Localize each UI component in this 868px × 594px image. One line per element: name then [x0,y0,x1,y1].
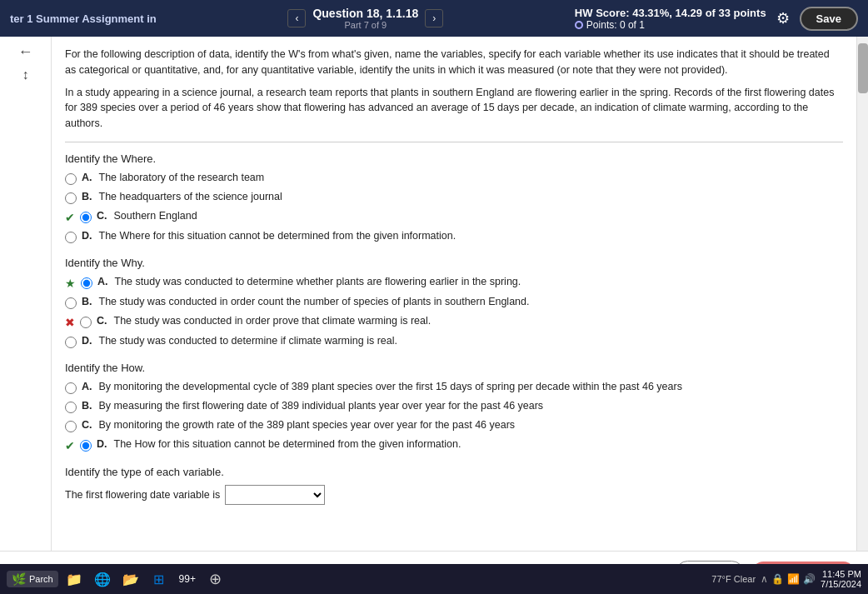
why-options: ★ A. The study was conducted to determin… [65,276,843,348]
why-option-a-radio[interactable] [81,277,92,289]
why-option-c-text: The study was conducted in order prove t… [114,315,432,327]
list-item: D. The study was conducted to determine … [65,335,843,348]
list-item: ✔ D. The How for this situation cannot b… [65,438,843,452]
weather-display: 77°F Clear [711,574,756,584]
why-option-d-radio[interactable] [65,337,77,348]
option-c-label: C. [82,419,92,431]
instruction-1: For the following description of data, i… [65,47,843,78]
points-circle-icon [575,21,583,29]
main-content: For the following description of data, i… [52,37,856,551]
how-option-b-text: By measuring the first flowering date of… [99,400,544,412]
taskbar-icon-plus[interactable]: ⊕ [203,567,228,592]
where-option-a-radio[interactable] [65,173,77,185]
assignment-title: ter 1 Summer Assignment in [10,12,157,25]
divider [65,142,843,142]
option-b-label: B. [82,400,92,412]
left-sidebar: ← ↕ [0,37,52,551]
date-display: 7/15/2024 [821,579,861,589]
start-app[interactable]: 🌿 Parch [7,571,58,587]
how-option-a-text: By monitoring the developmental cycle of… [99,381,682,392]
taskbar: 🌿 Parch 📁 🌐 📂 ⊞ 99+ ⊕ 77°F Clear ∧ 🔒 📶 🔊… [0,564,868,594]
why-option-b-text: The study was conducted in order count t… [99,296,530,307]
option-b-label: B. [82,296,92,307]
where-option-b-text: The headquarters of the science journal [99,191,282,202]
list-item: A. The laboratory of the research team [65,172,843,185]
points-row: Points: 0 of 1 [575,19,766,31]
option-d-label: D. [82,230,92,242]
taskbar-left: 🌿 Parch 📁 🌐 📂 ⊞ 99+ ⊕ [7,567,228,592]
system-tray: ∧ 🔒 📶 🔊 [761,573,816,585]
correct-check-icon: ✔ [65,439,75,452]
where-options: A. The laboratory of the research team B… [65,172,843,243]
list-item: B. By measuring the first flowering date… [65,400,843,413]
where-option-c-radio[interactable] [80,212,92,223]
option-a-label: A. [82,172,92,183]
why-option-c-radio[interactable] [80,317,92,328]
how-option-b-radio[interactable] [65,402,77,413]
list-item: B. The headquarters of the science journ… [65,191,843,204]
settings-button[interactable]: ⚙ [776,9,790,27]
list-item: D. The Where for this situation cannot b… [65,230,843,243]
why-option-d-text: The study was conducted to determine if … [99,335,398,347]
taskbar-icon-files[interactable]: 📁 [62,567,87,592]
correct-icon: ✔ [65,211,75,224]
taskbar-right: 77°F Clear ∧ 🔒 📶 🔊 11:45 PM 7/15/2024 [711,569,861,589]
app-thumbnail: 🌿 [12,572,26,586]
save-button[interactable]: Save [800,7,858,31]
how-option-c-radio[interactable] [65,421,77,432]
tray-icon-1: ∧ [761,573,768,585]
start-label: Parch [29,574,53,584]
why-option-b-radio[interactable] [65,297,77,309]
option-b-label: B. [82,191,92,202]
prev-question-button[interactable]: ‹ [287,9,306,27]
how-label: Identify the How. [65,362,843,374]
variable-type-row: The first flowering date variable is cat… [65,485,843,505]
next-question-button[interactable]: › [425,9,443,27]
list-item: ✔ C. Southern England [65,210,843,224]
incorrect-icon: ✖ [65,316,75,329]
tray-icon-4: 🔊 [803,573,816,585]
list-item: A. By monitoring the developmental cycle… [65,381,843,394]
how-option-a-radio[interactable] [65,382,77,394]
content-wrapper: ← ↕ For the following description of dat… [0,37,868,551]
how-option-d-radio[interactable] [80,440,92,452]
where-option-d-radio[interactable] [65,232,77,243]
list-item: B. The study was conducted in order coun… [65,296,843,309]
collapse-sidebar-button[interactable]: ← [18,43,33,61]
variable-type-label: Identify the type of each variable. [65,466,843,478]
top-bar: ter 1 Summer Assignment in ‹ Question 18… [0,0,868,37]
option-a-label: A. [82,381,92,392]
variable-type-select[interactable]: categorical quantitative [225,485,325,505]
part-label: Part 7 of 9 [312,20,418,30]
option-c-label: C. [97,210,107,222]
scrollbar[interactable] [856,37,868,551]
points-label: Points: 0 of 1 [586,19,645,31]
where-option-c-text: Southern England [114,210,197,222]
where-option-d-text: The Where for this situation cannot be d… [99,230,456,242]
time-display: 11:45 PM [821,569,861,579]
score-section: HW Score: 43.31%, 14.29 of 33 points Poi… [575,7,858,31]
taskbar-icon-apps[interactable]: 99+ [175,567,200,592]
hw-score: HW Score: 43.31%, 14.29 of 33 points [575,7,766,19]
expand-button[interactable]: ↕ [22,67,29,82]
why-label: Identify the Why. [65,257,843,269]
where-option-a-text: The laboratory of the research team [99,172,265,183]
option-c-label: C. [97,315,107,327]
list-item: C. By monitoring the growth rate of the … [65,419,843,432]
question-nav: ‹ Question 18, 1.1.18 Part 7 of 9 › [287,7,443,30]
scroll-thumb[interactable] [858,43,868,93]
taskbar-icon-edge[interactable]: 🌐 [90,567,115,592]
taskbar-icon-explorer[interactable]: 📂 [118,567,143,592]
how-option-c-text: By monitoring the growth rate of the 389… [99,419,516,431]
question-label: Question 18, 1.1.18 [312,7,418,20]
where-option-b-radio[interactable] [65,192,77,204]
option-d-label: D. [82,335,92,347]
how-option-d-text: The How for this situation cannot be det… [114,438,461,450]
instruction-2: In a study appearing in a science journa… [65,85,843,132]
option-a-label: A. [97,276,108,287]
list-item: ✖ C. The study was conducted in order pr… [65,315,843,329]
where-label: Identify the Where. [65,152,843,165]
taskbar-icon-windows[interactable]: ⊞ [147,567,172,592]
tray-icon-2: 🔒 [771,573,784,585]
clock: 11:45 PM 7/15/2024 [821,569,861,589]
